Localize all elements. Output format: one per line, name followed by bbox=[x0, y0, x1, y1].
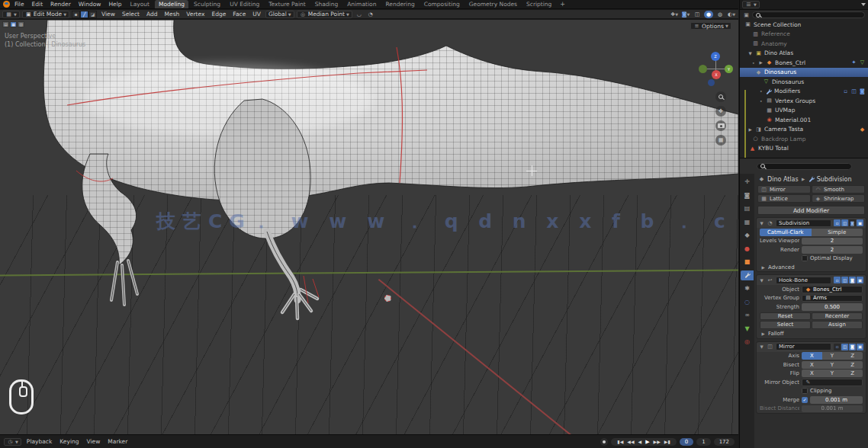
add-workspace-button[interactable]: + bbox=[557, 1, 568, 8]
tab-modeling[interactable]: Modeling bbox=[155, 0, 188, 8]
collapse-icon[interactable]: ▼ bbox=[759, 344, 764, 349]
gizmo-y-neg-axis[interactable] bbox=[699, 65, 707, 73]
tab-texture-paint[interactable]: Texture Paint bbox=[265, 0, 309, 8]
playback-menu[interactable]: Playback bbox=[24, 438, 54, 445]
tool-tab[interactable]: ✛ bbox=[741, 177, 754, 187]
strength-slider[interactable]: 0.500 bbox=[802, 303, 863, 311]
outliner-row-kybu-total[interactable]: ▲KYBU Total bbox=[740, 144, 868, 154]
modifier-name-field[interactable]: Mirror bbox=[776, 343, 831, 350]
clipping-checkbox[interactable] bbox=[802, 388, 808, 394]
menu-file[interactable]: File bbox=[11, 1, 27, 8]
uv-menu[interactable]: UV bbox=[250, 11, 263, 18]
realtime-display-toggle[interactable]: ◫ bbox=[841, 344, 848, 350]
outliner-row-bones-ctrl[interactable]: •▶◆Bones_Ctrl✦▽ bbox=[740, 58, 868, 68]
merge-checkbox[interactable]: ✓ bbox=[802, 397, 808, 403]
outliner-row-dinosaurus-active[interactable]: ◆Dinosaurus bbox=[740, 68, 868, 78]
face-select-button[interactable]: ◪ bbox=[88, 11, 97, 18]
flip-z-button[interactable]: Z bbox=[842, 370, 863, 377]
tool-icon[interactable]: ▧ bbox=[18, 21, 24, 27]
transform-orientation-dropdown[interactable]: Global▼ bbox=[265, 11, 294, 18]
bisect-x-button[interactable]: X bbox=[802, 361, 822, 369]
keying-menu[interactable]: Keying bbox=[57, 438, 81, 445]
next-keyframe-button[interactable]: ▶▶ bbox=[652, 439, 662, 444]
timeline-view-menu[interactable]: View bbox=[85, 438, 103, 445]
pivot-point-dropdown[interactable]: ◎Median Point▼ bbox=[297, 11, 352, 18]
outliner-editor-selector[interactable]: ☰▼ bbox=[742, 1, 760, 8]
menu-edit[interactable]: Edit bbox=[29, 1, 47, 8]
cage-display-toggle[interactable]: ▣ bbox=[857, 277, 863, 283]
play-reverse-button[interactable]: ◀ bbox=[637, 439, 644, 444]
render-display-toggle[interactable]: ◙ bbox=[849, 344, 856, 350]
hook-object-field[interactable]: ◆Bones_Ctrl bbox=[802, 286, 863, 293]
vertex-select-button[interactable]: ▪ bbox=[72, 11, 80, 18]
outliner-row-camera[interactable]: ▶◨Camera Tasta◆ bbox=[740, 125, 868, 135]
world-tab[interactable]: ● bbox=[741, 244, 754, 254]
outliner-row-anatomy[interactable]: ▥Anatomy bbox=[740, 39, 868, 49]
axis-x-button[interactable]: X bbox=[802, 352, 822, 360]
collapse-icon[interactable]: ▼ bbox=[759, 221, 764, 226]
tab-compositing[interactable]: Compositing bbox=[420, 0, 464, 8]
realtime-toggle-icon[interactable]: ◫ bbox=[850, 88, 857, 94]
cage-display-toggle[interactable]: ▣ bbox=[857, 219, 863, 226]
mirror-modifier-header[interactable]: ▼ ◫ Mirror ▫◫◙▣ bbox=[757, 342, 866, 352]
options-dropdown[interactable]: ≡Options▼ bbox=[690, 22, 731, 30]
modifier-name-field[interactable]: Hook-Bone bbox=[776, 277, 831, 284]
snap-magnet-toggle[interactable]: ◡ bbox=[355, 11, 364, 18]
hook-reset-button[interactable]: Reset bbox=[760, 312, 811, 321]
shading-material-button[interactable]: ◍ bbox=[715, 11, 725, 18]
hook-recenter-button[interactable]: Recenter bbox=[812, 312, 863, 321]
play-button[interactable]: ▶ bbox=[644, 439, 651, 445]
marker-menu[interactable]: Marker bbox=[105, 438, 130, 445]
tool-icon[interactable]: ▦ bbox=[10, 21, 17, 27]
tab-shading[interactable]: Shading bbox=[311, 0, 342, 8]
render-toggle-icon[interactable]: ◙ bbox=[859, 88, 866, 94]
gizmo-x-axis[interactable]: X bbox=[712, 70, 721, 79]
favorite-lattice-button[interactable]: ▦Lattice bbox=[757, 194, 811, 203]
particles-tab[interactable]: ✱ bbox=[741, 283, 754, 293]
display-toggle-icon[interactable]: ▫ bbox=[842, 88, 849, 94]
frame-end-field[interactable]: 172 bbox=[714, 438, 735, 446]
navigation-gizmo[interactable]: Z Y X bbox=[699, 52, 734, 87]
proportional-editing-toggle[interactable]: ◔ bbox=[366, 11, 375, 18]
tab-geometry-nodes[interactable]: Geometry Nodes bbox=[465, 0, 521, 8]
camera-view-icon[interactable] bbox=[715, 120, 726, 131]
gizmo-z-neg-axis[interactable] bbox=[708, 79, 715, 86]
tab-scripting[interactable]: Scripting bbox=[522, 0, 555, 8]
menu-render[interactable]: Render bbox=[47, 1, 74, 8]
properties-search-input[interactable] bbox=[757, 163, 852, 170]
jump-to-start-button[interactable]: ▮◀ bbox=[616, 439, 625, 444]
render-tab[interactable]: ◙ bbox=[741, 190, 754, 200]
bisect-z-button[interactable]: Z bbox=[842, 361, 863, 369]
frame-start-field[interactable]: 1 bbox=[696, 438, 710, 446]
render-display-toggle[interactable]: ◙ bbox=[849, 219, 856, 226]
breadcrumb-modifier[interactable]: Subdivision bbox=[817, 176, 852, 183]
outliner-row-vertex-groups[interactable]: •▤Vertex Groups bbox=[740, 96, 868, 106]
filter-icon[interactable] bbox=[861, 3, 866, 6]
falloff-section[interactable]: ▶Falloff bbox=[757, 330, 866, 338]
realtime-display-toggle[interactable]: ◫ bbox=[841, 277, 848, 283]
add-modifier-button[interactable]: Add Modifier bbox=[757, 206, 865, 215]
select-menu[interactable]: Select bbox=[120, 11, 142, 18]
move-view-icon[interactable]: ✥ bbox=[715, 106, 726, 117]
edge-menu[interactable]: Edge bbox=[209, 11, 228, 18]
constraints-tab[interactable]: ∞ bbox=[741, 310, 754, 320]
tab-animation[interactable]: Animation bbox=[343, 0, 380, 8]
render-levels-field[interactable]: 2 bbox=[802, 246, 863, 254]
outliner-row-collection-dino-atlas[interactable]: ▼▣Dino Atlas bbox=[740, 49, 868, 59]
subdivision-modifier-header[interactable]: ▼ ◔ Subdivision ▫◫◙▣ bbox=[757, 218, 866, 228]
current-frame-field[interactable]: 0 bbox=[680, 438, 693, 446]
favorite-shrinkwrap-button[interactable]: ◈Shrinkwrap bbox=[812, 194, 865, 203]
modifiers-tab[interactable] bbox=[741, 270, 754, 280]
favorite-mirror-button[interactable]: ◫Mirror bbox=[757, 185, 811, 194]
optimal-display-checkbox[interactable] bbox=[802, 255, 808, 261]
physics-tab[interactable]: ◌ bbox=[741, 297, 754, 307]
outliner-row-material[interactable]: ◉Material.001 bbox=[740, 115, 868, 125]
mirror-object-field[interactable]: ✎ bbox=[802, 379, 863, 386]
outliner-row-modifiers[interactable]: •Modifiers▫◫◙ bbox=[740, 87, 868, 97]
edit-mode-display-toggle[interactable]: ▫ bbox=[834, 277, 841, 283]
shading-rendered-dropdown[interactable]: ◐▼ bbox=[727, 11, 736, 18]
axis-y-button[interactable]: Y bbox=[822, 352, 843, 360]
tool-icon[interactable]: ▤ bbox=[2, 21, 9, 27]
modifier-name-field[interactable]: Subdivision bbox=[776, 219, 831, 227]
merge-threshold-field[interactable]: 0.001 m bbox=[810, 396, 863, 404]
